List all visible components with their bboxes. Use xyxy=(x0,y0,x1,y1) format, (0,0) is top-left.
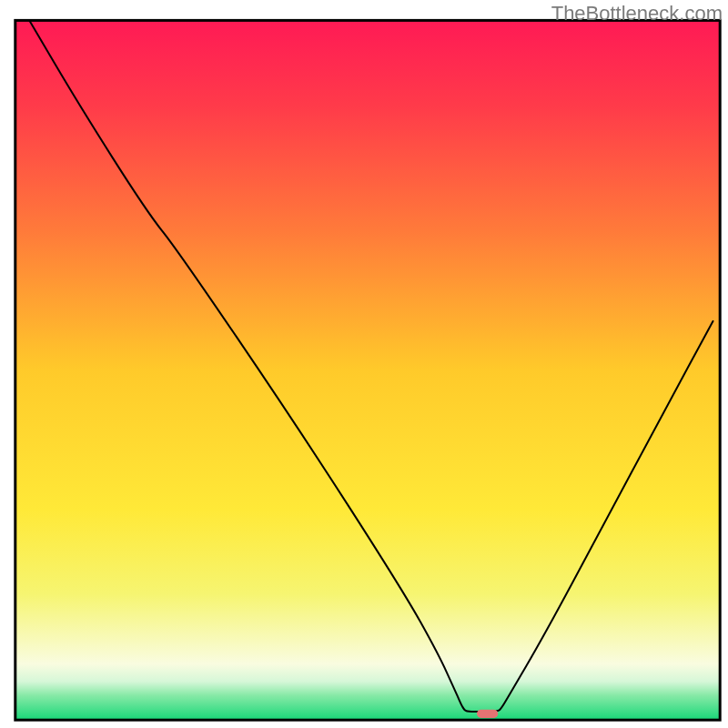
chart-background xyxy=(15,20,720,720)
optimal-marker xyxy=(477,710,498,718)
chart-container: TheBottleneck.com xyxy=(0,0,728,728)
bottleneck-chart xyxy=(0,0,728,728)
watermark-text: TheBottleneck.com xyxy=(551,2,723,25)
